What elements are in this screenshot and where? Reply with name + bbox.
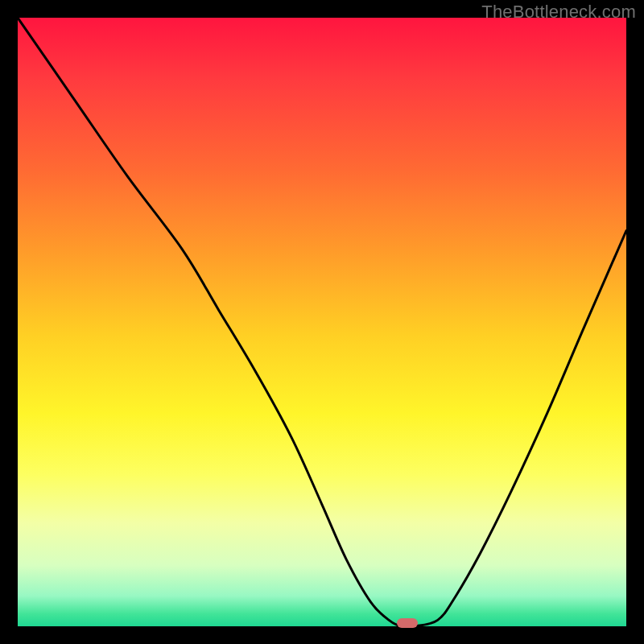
plot-area	[18, 18, 626, 626]
chart-frame: TheBottleneck.com	[0, 0, 644, 644]
optimum-marker	[397, 618, 418, 628]
bottleneck-curve	[18, 18, 626, 626]
